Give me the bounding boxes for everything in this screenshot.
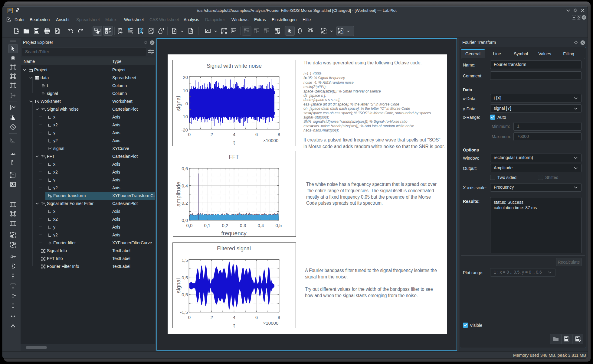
svg-text:1: 1 <box>342 30 344 34</box>
